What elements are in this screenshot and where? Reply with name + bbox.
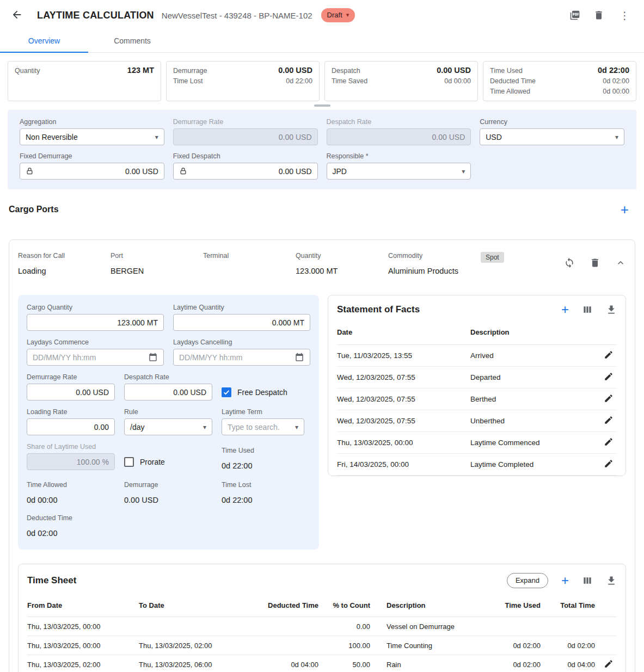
chevron-down-icon: ▾ <box>295 424 298 430</box>
sync-icon[interactable] <box>564 257 575 268</box>
ts-to: Thu, 13/03/2025, 02:00 <box>139 636 250 655</box>
sof-date: Thu, 13/03/2025, 00:00 <box>337 432 470 454</box>
laytime-quantity-label: Laytime Quantity <box>173 304 310 311</box>
prorate-checkbox[interactable]: Prorate <box>124 453 212 470</box>
sof-description: Unberthed <box>470 410 594 432</box>
laydays-cancelling-input-field[interactable] <box>179 353 290 362</box>
edit-pencil-icon[interactable] <box>604 393 614 403</box>
port-despatch-rate-input-field[interactable] <box>130 388 206 397</box>
loading-rate-input[interactable] <box>27 418 115 435</box>
edit-pencil-icon[interactable] <box>604 459 614 468</box>
panel-resize-handle[interactable] <box>314 104 330 107</box>
responsible-select[interactable]: JPD ▾ <box>327 163 471 180</box>
ts-from: Thu, 13/03/2025, 00:00 <box>27 636 139 655</box>
ts-time-used: 0d 02:00 <box>483 655 541 672</box>
edit-pencil-icon[interactable] <box>604 415 614 425</box>
cargo-ports-title: Cargo Ports <box>9 205 59 214</box>
ts-column-pct-to-count: % to Count <box>318 597 370 617</box>
demurrage-rate-value: 0.00 USD <box>279 133 312 141</box>
edit-pencil-icon[interactable] <box>604 350 614 360</box>
calendar-icon[interactable] <box>148 353 158 362</box>
checkbox-icon <box>222 387 231 397</box>
summary-value: 0.00 USD <box>278 65 312 76</box>
port-despatch-rate-input[interactable] <box>124 384 212 400</box>
sof-date: Wed, 12/03/2025, 07:55 <box>337 389 470 410</box>
chevron-down-icon: ▾ <box>203 424 206 430</box>
free-despatch-checkbox[interactable]: Free Despatch <box>222 384 287 400</box>
chevron-down-icon: ▾ <box>346 11 349 19</box>
sof-row: Fri, 14/03/2025, 00:00 Laytime Completed <box>337 454 617 476</box>
cargo-port-header: Reason for Call Loading Port BERGEN Term… <box>18 252 626 275</box>
download-icon[interactable] <box>606 575 617 586</box>
calendar-icon[interactable] <box>295 353 304 362</box>
delete-icon[interactable] <box>593 10 604 21</box>
responsible-value: JPD <box>333 167 347 176</box>
port-label: Port <box>111 252 203 260</box>
columns-icon[interactable] <box>582 575 593 586</box>
back-button[interactable] <box>11 9 24 22</box>
rule-value: /day <box>130 423 144 431</box>
port-demurrage-label: Demurrage <box>124 481 212 489</box>
demurrage-rate-field-group: Demurrage Rate 0.00 USD <box>173 118 318 145</box>
chevron-down-icon: ▾ <box>155 134 158 140</box>
laytime-quantity-input-field[interactable] <box>179 318 304 327</box>
cargo-quantity-input[interactable] <box>27 314 164 331</box>
delete-port-icon[interactable] <box>590 257 600 268</box>
laytime-quantity-input[interactable] <box>173 314 310 331</box>
laytime-term-search-select[interactable]: Type to search. ▾ <box>222 418 304 435</box>
share-of-laytime-input: 100.00 % <box>27 453 115 470</box>
pdf-export-icon[interactable] <box>569 10 580 21</box>
edit-pencil-icon[interactable] <box>604 659 614 669</box>
laytime-term-label: Laytime Term <box>222 408 304 416</box>
more-options-icon[interactable]: ⋮ <box>617 9 632 22</box>
edit-pencil-icon[interactable] <box>604 437 614 447</box>
aggregation-select[interactable]: Non Reversible ▾ <box>20 128 164 145</box>
tab-overview[interactable]: Overview <box>0 30 88 53</box>
ts-time-used: 0d 02:00 <box>483 636 541 655</box>
calculation-settings-panel: Aggregation Non Reversible ▾ Demurrage R… <box>8 110 636 189</box>
add-timesheet-row-button[interactable]: + <box>561 575 569 586</box>
despatch-rate-label: Despatch Rate <box>327 118 471 126</box>
summary-label: Demurrage <box>173 66 207 76</box>
rule-select[interactable]: /day ▾ <box>124 418 212 435</box>
summary-label: Time Used <box>490 66 523 76</box>
demurrage-rate-label: Demurrage Rate <box>173 118 318 126</box>
port-demurrage-rate-input[interactable] <box>27 384 115 400</box>
download-icon[interactable] <box>606 304 617 315</box>
loading-rate-input-field[interactable] <box>33 423 109 431</box>
laydays-commence-input-field[interactable] <box>33 353 144 362</box>
fixed-despatch-input[interactable]: 0.00 USD <box>173 163 318 180</box>
cargo-quantity-input-field[interactable] <box>33 318 158 327</box>
fixed-demurrage-label: Fixed Demurrage <box>20 152 164 160</box>
fixed-demurrage-input[interactable]: 0.00 USD <box>20 163 164 180</box>
aggregation-field-group: Aggregation Non Reversible ▾ <box>20 118 164 145</box>
page-subtitle: NewVesselTest - 439248 - BP-NAME-102 <box>162 11 312 20</box>
demurrage-rate-input: 0.00 USD <box>173 128 318 145</box>
port-demurrage-stat: Demurrage 0.00 USD <box>124 481 212 504</box>
currency-field-group: Currency USD ▾ <box>480 118 624 145</box>
collapse-chevron-up-icon[interactable] <box>615 257 626 268</box>
ts-column-time-used: Time Used <box>483 597 541 617</box>
add-fact-button[interactable]: + <box>561 304 569 315</box>
cargo-port-card: Reason for Call Loading Port BERGEN Term… <box>9 239 635 672</box>
laydays-commence-input[interactable] <box>27 349 164 366</box>
edit-pencil-icon[interactable] <box>604 372 614 381</box>
tab-comments[interactable]: Comments <box>88 30 176 52</box>
topbar-actions: ⋮ <box>569 9 632 22</box>
port-demurrage-rate-input-field[interactable] <box>33 388 109 397</box>
time-lost-stat: Time Lost 0d 22:00 <box>222 481 252 504</box>
status-badge[interactable]: Draft ▾ <box>321 8 355 22</box>
sof-row: Wed, 12/03/2025, 07:55 Unberthed <box>337 410 617 432</box>
laydays-cancelling-input[interactable] <box>173 349 310 366</box>
columns-icon[interactable] <box>582 304 593 315</box>
ts-time-used <box>483 617 541 636</box>
expand-button[interactable]: Expand <box>507 573 548 588</box>
add-cargo-port-button[interactable]: + <box>614 204 635 215</box>
responsible-label: Responsible * <box>327 152 471 160</box>
summary-value: 123 MT <box>127 65 154 76</box>
sof-column-date: Date <box>337 324 470 345</box>
currency-select[interactable]: USD ▾ <box>480 128 624 145</box>
sof-description: Laytime Commenced <box>470 432 594 454</box>
summary-card-time: Time Used0d 22:00 Deducted Time0d 02:00 … <box>483 61 636 101</box>
commodity-value: Aluminium Products <box>388 267 481 275</box>
